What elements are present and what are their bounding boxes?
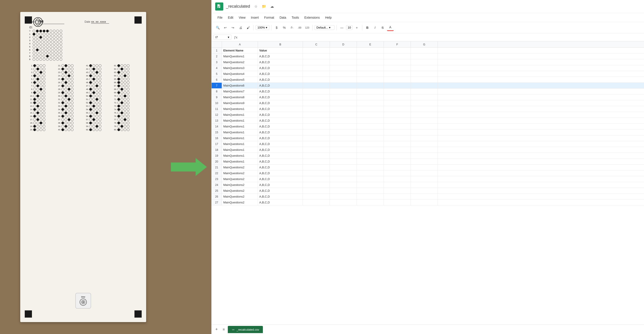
cell-b-18[interactable]: A,B,C,D xyxy=(258,147,303,153)
cell-b-3[interactable]: A,B,C,D xyxy=(258,59,303,65)
decimal-decrease-button[interactable]: .0₋ xyxy=(288,24,295,31)
cell-f-2[interactable] xyxy=(384,53,411,59)
tab-recalculated-csv[interactable]: csv _recalculated.csv xyxy=(228,326,263,333)
cell-c-14[interactable] xyxy=(303,124,330,129)
table-row[interactable]: 13MainQuestions1A,B,C,D xyxy=(212,118,644,124)
cell-b-20[interactable]: A,B,C,D xyxy=(258,159,303,164)
cell-g-2[interactable] xyxy=(411,53,438,59)
cell-e-10[interactable] xyxy=(357,100,384,106)
table-row[interactable]: 1Element NameValue xyxy=(212,48,644,53)
cell-b-5[interactable]: A,B,C,D xyxy=(258,71,303,77)
cell-f-25[interactable] xyxy=(384,188,411,194)
table-row[interactable]: 26MainQuestions2A,B,C,D xyxy=(212,194,644,200)
cell-d-1[interactable] xyxy=(330,48,357,53)
cell-d-9[interactable] xyxy=(330,94,357,100)
cell-g-26[interactable] xyxy=(411,194,438,199)
table-row[interactable]: 21MainQuestions2A,B,C,D xyxy=(212,165,644,170)
cell-g-8[interactable] xyxy=(411,88,438,94)
cell-f-11[interactable] xyxy=(384,106,411,112)
cell-b-17[interactable]: A,B,C,D xyxy=(258,141,303,147)
cell-d-3[interactable] xyxy=(330,59,357,65)
cell-b-22[interactable]: A,B,C,D xyxy=(258,170,303,176)
cell-a-11[interactable]: MainQuestions1 xyxy=(222,106,258,112)
cell-c-10[interactable] xyxy=(303,100,330,106)
cell-c-23[interactable] xyxy=(303,176,330,182)
cell-d-23[interactable] xyxy=(330,176,357,182)
cell-g-24[interactable] xyxy=(411,182,438,188)
menu-format[interactable]: Format xyxy=(262,15,276,20)
cell-c-1[interactable] xyxy=(303,48,330,53)
cell-a-13[interactable]: MainQuestions1 xyxy=(222,118,258,123)
cell-f-26[interactable] xyxy=(384,194,411,199)
cell-c-3[interactable] xyxy=(303,59,330,65)
cell-c-22[interactable] xyxy=(303,170,330,176)
folder-icon[interactable]: 📁 xyxy=(261,3,267,10)
cell-f-8[interactable] xyxy=(384,88,411,94)
cell-b-15[interactable]: A,B,C,D xyxy=(258,129,303,135)
cell-e-18[interactable] xyxy=(357,147,384,153)
cell-g-17[interactable] xyxy=(411,141,438,147)
table-row[interactable]: 19MainQuestions1A,B,C,D xyxy=(212,153,644,159)
menu-file[interactable]: File xyxy=(215,15,225,20)
cell-d-17[interactable] xyxy=(330,141,357,147)
cell-f-7[interactable] xyxy=(384,83,411,88)
cell-b-1[interactable]: Value xyxy=(258,48,303,53)
cell-g-16[interactable] xyxy=(411,135,438,141)
col-header-g[interactable]: G xyxy=(411,41,438,48)
table-row[interactable]: 2MainQuestions1A,B,C,D xyxy=(212,53,644,59)
cell-a-3[interactable]: MainQuestions2 xyxy=(222,59,258,65)
cell-c-7[interactable] xyxy=(303,83,330,88)
cell-g-21[interactable] xyxy=(411,165,438,170)
cell-a-12[interactable]: MainQuestions1 xyxy=(222,112,258,118)
cell-a-19[interactable]: MainQuestions1 xyxy=(222,153,258,158)
cloud-icon[interactable]: ☁ xyxy=(269,3,275,10)
cell-g-13[interactable] xyxy=(411,118,438,123)
cell-a-15[interactable]: MainQuestions1 xyxy=(222,129,258,135)
search-button[interactable]: 🔍 xyxy=(214,24,221,31)
cell-b-27[interactable]: A,B,C,D xyxy=(258,200,303,205)
cell-g-15[interactable] xyxy=(411,129,438,135)
cell-a-27[interactable]: MainQuestions2 xyxy=(222,200,258,205)
cell-f-4[interactable] xyxy=(384,65,411,71)
cell-b-13[interactable]: A,B,C,D xyxy=(258,118,303,123)
cell-e-2[interactable] xyxy=(357,53,384,59)
col-header-e[interactable]: E xyxy=(357,41,384,48)
cell-e-17[interactable] xyxy=(357,141,384,147)
cell-e-12[interactable] xyxy=(357,112,384,118)
cell-b-4[interactable]: A,B,C,D xyxy=(258,65,303,71)
cell-e-4[interactable] xyxy=(357,65,384,71)
undo-button[interactable]: ↩ xyxy=(222,24,229,31)
cell-a-1[interactable]: Element Name xyxy=(222,48,258,53)
cell-g-12[interactable] xyxy=(411,112,438,118)
cell-d-2[interactable] xyxy=(330,53,357,59)
text-color-button[interactable]: A xyxy=(387,24,394,31)
italic-button[interactable]: I xyxy=(372,24,378,31)
cell-f-5[interactable] xyxy=(384,71,411,77)
font-selector[interactable]: Default... ▾ xyxy=(314,25,334,30)
cell-e-26[interactable] xyxy=(357,194,384,199)
cell-c-9[interactable] xyxy=(303,94,330,100)
cell-b-21[interactable]: A,B,C,D xyxy=(258,165,303,170)
cell-e-20[interactable] xyxy=(357,159,384,164)
table-row[interactable]: 7MainQuestions6A,B,C,D xyxy=(212,83,644,88)
cell-b-11[interactable]: A,B,C,D xyxy=(258,106,303,112)
cell-g-9[interactable] xyxy=(411,94,438,100)
cell-b-19[interactable]: A,B,C,D xyxy=(258,153,303,158)
cell-f-17[interactable] xyxy=(384,141,411,147)
table-row[interactable]: 8MainQuestions7A,B,C,D xyxy=(212,88,644,94)
zoom-selector[interactable]: 100% ▾ xyxy=(256,25,270,30)
cell-e-23[interactable] xyxy=(357,176,384,182)
cell-a-18[interactable]: MainQuestions1 xyxy=(222,147,258,153)
cell-a-14[interactable]: MainQuestions1 xyxy=(222,124,258,129)
table-row[interactable]: 27MainQuestions2A,B,C,D xyxy=(212,200,644,205)
cell-d-5[interactable] xyxy=(330,71,357,77)
col-header-d[interactable]: D xyxy=(330,41,357,48)
cell-c-4[interactable] xyxy=(303,65,330,71)
cell-e-9[interactable] xyxy=(357,94,384,100)
menu-edit[interactable]: Edit xyxy=(226,15,236,20)
table-row[interactable]: 24MainQuestions2A,B,C,D xyxy=(212,182,644,188)
cell-b-8[interactable]: A,B,C,D xyxy=(258,88,303,94)
print-button[interactable]: 🖨 xyxy=(237,24,244,31)
cell-b-2[interactable]: A,B,C,D xyxy=(258,53,303,59)
col-header-b[interactable]: B xyxy=(258,41,303,48)
